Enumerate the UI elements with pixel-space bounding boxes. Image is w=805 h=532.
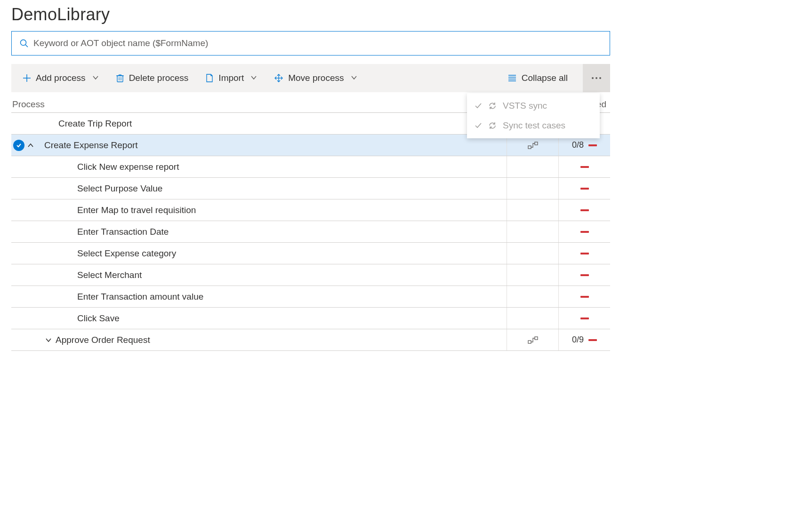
search-input[interactable] [33, 38, 602, 48]
svg-point-17 [599, 77, 601, 79]
flow-icon[interactable] [528, 336, 538, 344]
vsts-sync-item[interactable]: VSTS sync [467, 96, 600, 116]
table-row[interactable]: Approve Order Request 0/9 [11, 329, 610, 351]
trash-icon [116, 73, 124, 83]
sync-test-cases-label: Sync test cases [503, 120, 565, 131]
add-process-button[interactable]: Add process [21, 70, 101, 86]
delete-process-label: Delete process [129, 73, 189, 83]
check-icon [475, 122, 482, 129]
sync-test-cases-item[interactable]: Sync test cases [467, 116, 600, 135]
flow-icon[interactable] [528, 141, 538, 150]
sync-icon [488, 121, 497, 130]
check-icon [475, 102, 482, 110]
table-row[interactable]: Enter Transaction Date [11, 221, 610, 243]
import-label: Import [218, 73, 244, 83]
chevron-up-icon[interactable] [27, 142, 34, 149]
selected-check-icon[interactable] [13, 140, 24, 151]
status-minus-icon [588, 339, 597, 341]
status-minus-icon [580, 274, 589, 276]
status-minus-icon [580, 188, 589, 190]
row-name: Enter Transaction Date [42, 227, 507, 237]
toolbar: Add process Delete process Import [11, 64, 610, 92]
row-name: Enter Transaction amount value [42, 292, 507, 302]
delete-process-button[interactable]: Delete process [114, 70, 191, 86]
row-name: Select Purpose Value [42, 183, 507, 194]
collapse-all-button[interactable]: Collapse all [506, 70, 570, 86]
status-minus-icon [580, 166, 589, 168]
sync-icon [488, 101, 497, 111]
more-button[interactable] [583, 64, 610, 92]
row-count: 0/9 [572, 335, 584, 345]
row-count: 0/8 [572, 140, 584, 150]
row-name: Approve Order Request [56, 335, 150, 345]
row-name: Select Expense category [42, 248, 507, 259]
table-row[interactable]: Click New expense report [11, 156, 610, 178]
table-row[interactable]: Enter Transaction amount value [11, 286, 610, 308]
svg-rect-21 [535, 337, 538, 340]
row-name: Click New expense report [42, 162, 507, 172]
chevron-down-icon [250, 73, 257, 83]
svg-point-0 [21, 40, 26, 46]
table-row[interactable]: Select Expense category [11, 243, 610, 264]
svg-rect-4 [117, 76, 123, 82]
list-icon [507, 74, 517, 82]
import-button[interactable]: Import [203, 70, 259, 86]
table-row[interactable]: Enter Map to travel requisition [11, 199, 610, 221]
status-minus-icon [580, 253, 589, 254]
svg-rect-20 [528, 341, 531, 343]
svg-rect-19 [535, 142, 538, 145]
status-minus-icon [580, 231, 589, 233]
chevron-down-icon [92, 73, 99, 83]
import-icon [205, 73, 214, 83]
row-name: Select Merchant [42, 270, 507, 280]
search-icon [19, 39, 29, 48]
svg-point-16 [596, 77, 597, 79]
chevron-down-icon[interactable] [45, 337, 52, 343]
table-row[interactable]: Select Purpose Value [11, 178, 610, 199]
collapse-all-label: Collapse all [522, 73, 568, 83]
status-minus-icon [580, 209, 589, 211]
status-minus-icon [580, 296, 589, 298]
status-minus-icon [580, 318, 589, 319]
row-name: Create Trip Report [42, 119, 507, 129]
chevron-down-icon [351, 73, 357, 83]
ellipsis-icon [591, 77, 602, 79]
status-minus-icon [588, 144, 597, 146]
svg-line-1 [25, 45, 28, 47]
page-title: DemoLibrary [11, 5, 610, 24]
row-name: Enter Map to travel requisition [42, 205, 507, 215]
row-name: Create Expense Report [42, 140, 507, 151]
more-dropdown: VSTS sync Sync test cases [467, 93, 600, 138]
plus-icon [23, 74, 31, 82]
table-row[interactable]: Select Merchant [11, 264, 610, 286]
svg-rect-18 [528, 146, 531, 149]
svg-point-15 [592, 77, 594, 79]
move-icon [274, 73, 283, 83]
vsts-sync-label: VSTS sync [503, 101, 547, 111]
search-box[interactable] [11, 31, 610, 56]
table-row[interactable]: Click Save [11, 308, 610, 329]
add-process-label: Add process [36, 73, 86, 83]
row-name: Click Save [42, 313, 507, 324]
move-process-button[interactable]: Move process [272, 70, 359, 86]
move-process-label: Move process [288, 73, 344, 83]
